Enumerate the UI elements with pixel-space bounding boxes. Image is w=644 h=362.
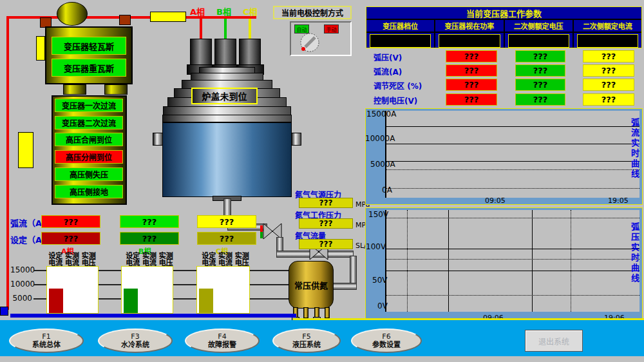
params-value-apparent-power [439,34,500,48]
param-r0-a: ??? [446,50,497,62]
transformer-params-table: 当前变压器工作参数 变压器档位 变压器视在功率 二次侧额定电压 二次侧额定电流 [366,6,642,48]
gridline [386,218,639,218]
footer-button-fault-alarm[interactable]: F4 故障报警 [185,329,260,353]
param-r0-c: ??? [583,50,634,62]
arc-current-trend-title: 弧流实时曲线 [629,118,641,196]
bar-a-set-current [49,289,63,313]
furnace-body [162,122,292,197]
fkey: F1 [42,332,50,341]
arc-current-b-value: ??? [120,215,179,228]
footer-button-system-overview[interactable]: F1 系统总体 [9,329,84,353]
param-r2-b: ??? [515,79,565,91]
control-voltage-label: 控制电压(V) [374,95,417,106]
fkey: F4 [218,332,226,341]
lid-status-indicator: 炉盖未到位 [191,88,258,104]
gridline [448,210,449,312]
phase-c-label: C相 [243,5,258,17]
gridline [386,271,639,271]
params-col-rated-voltage: 二次侧额定电压 [505,20,574,32]
bar-baseline [10,314,296,318]
arc-current-trend-plot [385,111,639,198]
gridline [386,126,639,127]
param-r1-a: ??? [446,64,497,77]
alarm-hv-close-in-place: 高压合闸到位 [55,133,123,146]
phase-b-label: B相 [216,5,231,17]
bar-header-a: 设定 实测 实测 电流 电流 电压 [40,252,104,267]
param-r1-b: ??? [515,64,565,77]
gridline [407,210,408,312]
bus-line-left-vertical [6,16,9,310]
flabel: 水冷系统 [121,341,149,349]
bar-ytick-15000: 15000 [10,265,32,274]
pipe [331,283,357,290]
n2-source-pressure-value: ??? [299,198,353,208]
param-r3-c: ??? [583,93,634,106]
manual-mode-button[interactable]: 手动 [324,24,339,33]
arc-voltage-trend-plot [385,210,639,312]
arc-current-label: 弧流(A) [374,66,402,77]
param-r1-c: ??? [583,64,634,77]
footer-button-water-cooling[interactable]: F3 水冷系统 [98,329,173,353]
gridline [386,295,639,296]
hmi-screen: A相 B相 C相 变压器轻瓦斯 变压器重瓦斯 变压器一次过流 变压器二次过流 高… [0,0,644,362]
params-value-rated-voltage [508,34,569,48]
exit-system-button[interactable]: 退出系统 [525,330,583,352]
alarm-secondary-overcurrent: 变压器二次过流 [55,116,123,129]
alarm-hv-open-in-place: 高压分闸到位 [55,150,123,164]
bar-ytick-5000: 5000 [10,294,32,303]
params-value-rated-current [577,34,638,48]
fuse-symbol-left [18,132,33,168]
gridline [532,210,533,312]
params-col-tap: 变压器档位 [366,20,435,32]
transformer-bushing-yellow [36,36,45,61]
trend2-ytick-1: 100V [366,242,386,251]
flabel: 故障报警 [208,341,236,349]
tank-leg [325,307,330,318]
alarm-hv-ground: 高压侧接地 [55,185,123,198]
bar-header-c: 设定 实测 实测 电流 电流 电压 [193,252,258,267]
param-r3-b: ??? [515,93,565,106]
alarm-hv-loss-voltage: 高压侧失压 [55,167,123,181]
footer-button-hydraulic[interactable]: F5 液压系统 [272,329,341,353]
furnace-rim [162,115,292,122]
footer-button-settings[interactable]: F6 参数设置 [351,329,422,353]
alarm-primary-overcurrent: 变压器一次过流 [55,99,123,112]
furnace-knob-left [153,133,163,146]
flabel: 参数设置 [372,341,401,349]
fuse-symbol-top [150,12,186,22]
param-r3-a: ??? [446,93,497,106]
gridline [386,249,639,249]
trend2-ytick-0: 150V [368,210,388,219]
furnace-knob-right [291,133,301,146]
fkey: F5 [302,332,310,341]
electrode-control-title: 当前电极控制方式 [273,6,352,19]
trend1-ytick-3: 0A [382,186,392,195]
arc-voltage-label: 弧压(V) [374,52,402,62]
gridline [386,169,639,170]
bar-header-b: 设定 实测 实测 电流 电流 电压 [117,252,182,267]
bar-ytick-10000: 10000 [10,280,32,289]
setpoint-b-value: ??? [120,232,179,245]
setpoint-c-value: ??? [197,232,256,245]
bar-b-set-current [124,289,138,313]
params-col-rated-current: 二次侧额定电流 [574,20,641,32]
gridline [386,259,639,260]
trend1-ytick-2: 5000A [370,160,395,169]
arc-voltage-trend-title: 弧压实时曲线 [629,222,641,301]
trend2-ytick-3: 0V [377,301,388,310]
phase-a-label: A相 [190,5,205,17]
param-r0-b: ??? [515,50,565,62]
alarm-heavy-gas: 变压器重瓦斯 [52,59,126,77]
arc-current-c-value: ??? [197,215,256,228]
alarm-light-gas: 变压器轻瓦斯 [52,37,126,55]
n2-working-pressure-value: ??? [299,218,353,229]
flabel: 液压系统 [292,341,321,349]
params-table-title: 当前变压器工作参数 [366,7,641,20]
fkey: F3 [131,332,139,341]
trend1-xtick-0: 09:05 [485,196,506,205]
n2-flow-value: ??? [299,239,353,249]
gridline [386,161,639,162]
mode-selector-dial[interactable] [298,30,321,55]
transformer-leg [63,84,86,95]
param-r2-a: ??? [446,79,497,91]
